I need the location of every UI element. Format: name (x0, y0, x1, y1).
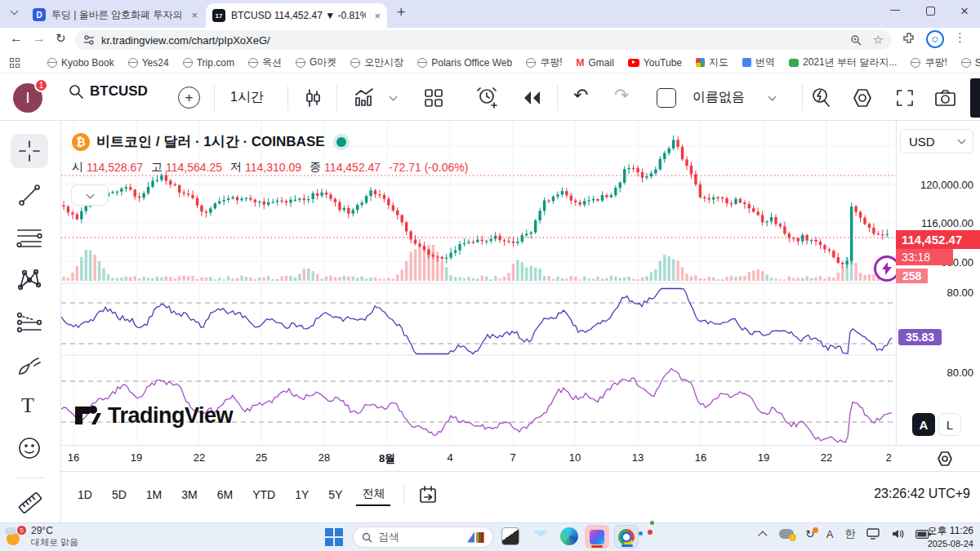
start-button[interactable] (325, 528, 343, 546)
auto-scale-button[interactable]: A (912, 413, 935, 436)
globe-icon (128, 58, 138, 68)
onedrive-icon[interactable]: ! (779, 529, 794, 539)
extensions-puzzle-icon[interactable] (902, 32, 915, 45)
chart-style-candles-icon[interactable] (302, 87, 323, 109)
range-5d-button[interactable]: 5D (106, 485, 132, 504)
window-close-button[interactable]: × (960, 3, 969, 20)
goto-date-icon[interactable] (417, 484, 439, 505)
text-tool-icon[interactable]: T (21, 393, 34, 418)
replay-icon[interactable] (521, 88, 542, 108)
bookmark-item[interactable]: Polaris Office Web (417, 57, 512, 69)
ime-mode-korean[interactable]: 한 (844, 527, 855, 541)
apps-grid-icon[interactable] (10, 58, 20, 68)
measure-ruler-tool-icon[interactable] (16, 488, 45, 518)
tab-close-icon[interactable]: × (191, 9, 198, 21)
globe-icon (350, 58, 360, 68)
range-3m-button[interactable]: 3M (176, 485, 203, 504)
bookmark-star-icon[interactable]: ☆ (873, 33, 884, 47)
browser-menu-icon[interactable]: ⋮ (954, 30, 966, 45)
reload-icon[interactable]: ↻ (56, 31, 66, 46)
site-info-icon[interactable] (83, 34, 95, 46)
forward-icon[interactable]: → (33, 31, 46, 46)
taskbar-weather-widget[interactable]: 5 29°C 대체로 맑음 (5, 525, 78, 549)
window-minimize-button[interactable] (890, 10, 900, 11)
currency-toggle-button[interactable]: USD (900, 129, 973, 153)
trend-line-tool-icon[interactable] (17, 183, 42, 207)
log-scale-button[interactable]: L (938, 413, 961, 436)
bookmark-item[interactable]: 2021년 부터 달라지... (789, 56, 897, 69)
range-1d-button[interactable]: 1D (72, 485, 98, 504)
symbol-legend[interactable]: ₿ 비트코인 / 달러 · 1시간 · COINBASE (72, 132, 346, 151)
settings-gear-icon[interactable] (851, 87, 874, 109)
system-tray[interactable]: ! ↻ A 한 (761, 527, 931, 541)
taskbar-app-copilot[interactable] (585, 525, 609, 549)
range-1m-button[interactable]: 1M (140, 485, 167, 504)
range-1y-button[interactable]: 1Y (289, 485, 314, 504)
ime-mode-a[interactable]: A (826, 528, 834, 540)
sync-icon[interactable]: ↻ (805, 527, 815, 540)
bookmark-item[interactable]: SSG.COM (961, 57, 980, 69)
crosshair-tool-active[interactable] (11, 134, 48, 168)
taskbar-app-chrome-active[interactable] (614, 525, 639, 549)
time-tick: 19 (131, 451, 142, 464)
market-status-dot[interactable] (336, 137, 346, 147)
layout-name-button[interactable]: 이름없음 (693, 89, 745, 106)
bookmark-item[interactable]: 오만시장 (350, 56, 403, 69)
bookmark-item[interactable]: 번역 (742, 56, 775, 69)
range-buttons: 1D 5D 1M 3M 6M YTD 1Y 5Y 전체 (72, 483, 439, 506)
bookmark-item[interactable]: 쿠팡! (526, 56, 562, 69)
projection-tool-icon[interactable] (16, 310, 42, 335)
range-all-button[interactable]: 전체 (356, 483, 390, 506)
symbol-search-button[interactable]: BTCUSD (69, 83, 148, 100)
layout-select-icon[interactable] (657, 88, 676, 108)
url-text[interactable]: kr.tradingview.com/chart/pIpXoXeG/ (101, 34, 270, 47)
taskbar-app-notepad[interactable] (501, 527, 519, 545)
bookmark-item[interactable]: 옥션 (248, 56, 282, 69)
bookmark-item[interactable]: G마켓 (296, 56, 336, 69)
range-5y-button[interactable]: 5Y (323, 485, 348, 504)
interval-button[interactable]: 1시간 (230, 89, 264, 106)
volume-icon[interactable] (891, 528, 904, 540)
quick-search-icon[interactable] (810, 87, 831, 109)
taskbar-app-edge[interactable] (560, 527, 578, 545)
trading-panel-handle[interactable] (970, 78, 980, 118)
bookmark-item[interactable]: YouTube (628, 57, 682, 69)
bookmark-item[interactable]: Yes24 (128, 57, 169, 69)
url-bar[interactable]: kr.tradingview.com/chart/pIpXoXeG/ ☆ (75, 30, 892, 50)
new-tab-button[interactable]: + (397, 4, 406, 21)
range-ytd-button[interactable]: YTD (247, 485, 281, 504)
window-maximize-button[interactable] (926, 7, 935, 16)
tab-close-icon[interactable]: × (374, 10, 381, 22)
clock-utc[interactable]: 23:26:42 UTC+9 (874, 487, 970, 501)
profile-avatar-icon[interactable]: ☺ (926, 30, 944, 48)
horizontal-lines-tool-icon[interactable] (16, 225, 42, 250)
tab-favicon: D (33, 8, 46, 21)
time-tick: 7 (510, 451, 515, 464)
axis-settings-gear-icon[interactable] (936, 450, 954, 468)
alert-icon[interactable] (475, 86, 500, 110)
display-icon[interactable] (866, 528, 880, 540)
indicators-icon[interactable] (353, 87, 376, 109)
bookmark-item[interactable]: 지도 (696, 56, 728, 69)
layout-grid-icon[interactable] (423, 87, 444, 109)
range-6m-button[interactable]: 6M (212, 485, 238, 504)
compare-add-button[interactable]: + (178, 87, 200, 109)
browser-tab-inactive[interactable]: D 투딩 | 올바른 암호화폐 투자의 × (26, 3, 204, 26)
zoom-page-icon[interactable] (850, 34, 862, 46)
bookmark-item[interactable]: Trip.com (183, 57, 234, 69)
fullscreen-icon[interactable] (895, 88, 915, 108)
snapshot-camera-icon[interactable] (934, 87, 956, 109)
tray-clock[interactable]: 오후 11:26 2025-08-24 (928, 525, 973, 549)
bookmark-item[interactable]: Kyobo Book (47, 57, 114, 69)
undo-icon[interactable]: ↶ (573, 85, 588, 106)
browser-tab-active[interactable]: 17 BTCUSD 114,452.47 ▼ -0.81% × (206, 3, 387, 28)
xabcd-pattern-tool-icon[interactable] (16, 266, 42, 292)
brush-tool-icon[interactable] (16, 353, 42, 379)
legend-collapse-button[interactable] (71, 184, 109, 206)
emoji-tool-icon[interactable] (17, 436, 42, 460)
bookmark-item[interactable]: MGmail (577, 57, 614, 69)
taskbar-search-box[interactable]: 검색 (353, 527, 493, 548)
bookmark-item[interactable]: 쿠팡! (911, 56, 947, 69)
back-icon[interactable]: ← (10, 31, 23, 46)
redo-icon[interactable]: ↷ (614, 85, 629, 106)
